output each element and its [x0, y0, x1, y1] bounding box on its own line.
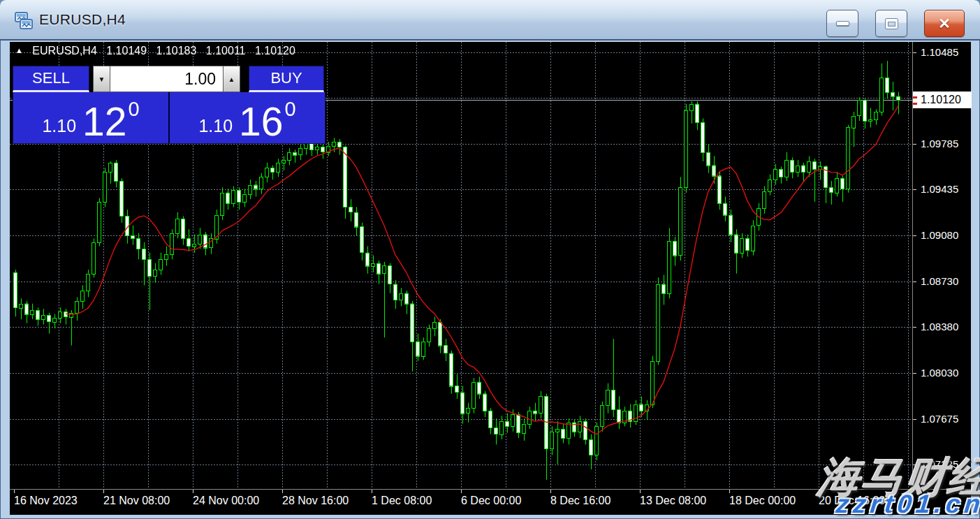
close-value: 1.10120 — [255, 45, 295, 57]
time-axis-label: 13 Dec 08:00 — [640, 495, 706, 507]
buy-price-pips: 16 — [239, 105, 283, 138]
maximize-button[interactable] — [875, 10, 907, 37]
ask-tick-mark — [913, 96, 917, 98]
price-tick — [913, 327, 916, 328]
chart-plot-area: ▲ EURUSD,H4 1.10149 1.10183 1.10011 1.10… — [10, 42, 912, 489]
minimize-icon — [836, 21, 849, 26]
time-axis-label: 6 Dec 00:00 — [461, 495, 521, 507]
price-axis-label: 1.09785 — [921, 138, 958, 150]
current-price-badge: 1.10120 — [913, 92, 972, 108]
time-tick — [640, 490, 641, 493]
time-tick — [14, 490, 15, 493]
title-bar[interactable]: EURUSD,H4 ✕ — [0, 0, 980, 41]
price-tick — [913, 144, 916, 145]
sell-button[interactable]: SELL — [13, 66, 89, 92]
time-axis-label: 21 Nov 08:00 — [103, 495, 170, 507]
price-axis-label: 1.10485 — [921, 46, 958, 59]
buy-price-display[interactable]: 1.10 16 0 — [170, 92, 325, 143]
price-axis-label: 1.07675 — [921, 413, 958, 425]
time-axis-label: 16 Nov 2023 — [14, 495, 78, 507]
high-value: 1.10183 — [156, 45, 197, 57]
sell-price-pips: 12 — [82, 105, 126, 138]
time-axis-label: 28 Nov 16:00 — [282, 495, 349, 507]
time-tick — [193, 490, 193, 493]
collapse-panel-icon[interactable]: ▲ — [15, 46, 23, 54]
time-tick — [729, 490, 730, 493]
buy-price-base: 1.10 — [198, 116, 233, 136]
time-axis-label: 1 Dec 08:00 — [372, 495, 432, 507]
close-button[interactable]: ✕ — [924, 10, 965, 37]
open-value: 1.10149 — [106, 45, 147, 57]
time-axis-label: 24 Nov 00:00 — [193, 495, 259, 507]
price-axis[interactable]: 1.10120 1.104851.097851.094351.090801.08… — [912, 42, 971, 489]
price-axis-label: 1.08730 — [921, 275, 958, 288]
time-tick — [103, 490, 104, 493]
sell-price-display[interactable]: 1.10 12 0 — [13, 92, 170, 143]
volume-decrease-button[interactable]: ▼ — [93, 66, 110, 92]
maximize-icon — [886, 19, 898, 29]
time-axis-label: 8 Dec 16:00 — [550, 495, 610, 507]
price-tick — [913, 52, 916, 53]
ohlc-header: ▲ EURUSD,H4 1.10149 1.10183 1.10011 1.10… — [15, 45, 302, 57]
low-value: 1.10011 — [206, 45, 246, 57]
price-axis-label: 1.09435 — [921, 183, 958, 196]
volume-input[interactable]: 1.00 — [110, 66, 223, 92]
volume-increase-button[interactable]: ▲ — [223, 66, 240, 92]
price-axis-label: 1.09080 — [921, 229, 958, 242]
price-tick — [913, 419, 916, 420]
price-axis-label: 1.08380 — [921, 321, 958, 333]
bid-tick-mark — [913, 103, 917, 105]
sell-price-base: 1.10 — [42, 116, 76, 136]
time-tick — [461, 490, 462, 493]
price-axis-label: 1.08030 — [921, 367, 958, 379]
chart-window-icon — [15, 12, 34, 33]
chart-symbol-label: EURUSD,H4 — [32, 45, 96, 57]
time-tick — [372, 490, 372, 493]
close-icon: ✕ — [938, 16, 951, 31]
price-tick — [913, 235, 916, 236]
one-click-trading-panel: SELL ▼ 1.00 ▲ BUY 1.10 12 0 1.10 16 0 — [13, 66, 326, 145]
window-title: EURUSD,H4 — [39, 11, 126, 28]
minimize-button[interactable] — [826, 10, 858, 37]
price-tick — [913, 189, 916, 190]
sell-price-point: 0 — [128, 98, 139, 121]
time-tick — [550, 490, 551, 493]
buy-price-point: 0 — [284, 98, 295, 121]
watermark-url-text: zzrt01.cn — [834, 490, 980, 519]
buy-button[interactable]: BUY — [249, 66, 324, 92]
mt4-chart-window: EURUSD,H4 ✕ ▲ EURUSD,H4 1.10149 1.10183 … — [0, 0, 980, 519]
price-tick — [913, 373, 916, 374]
price-tick — [913, 282, 916, 282]
time-axis-label: 18 Dec 00:00 — [729, 495, 796, 507]
time-tick — [282, 490, 283, 493]
